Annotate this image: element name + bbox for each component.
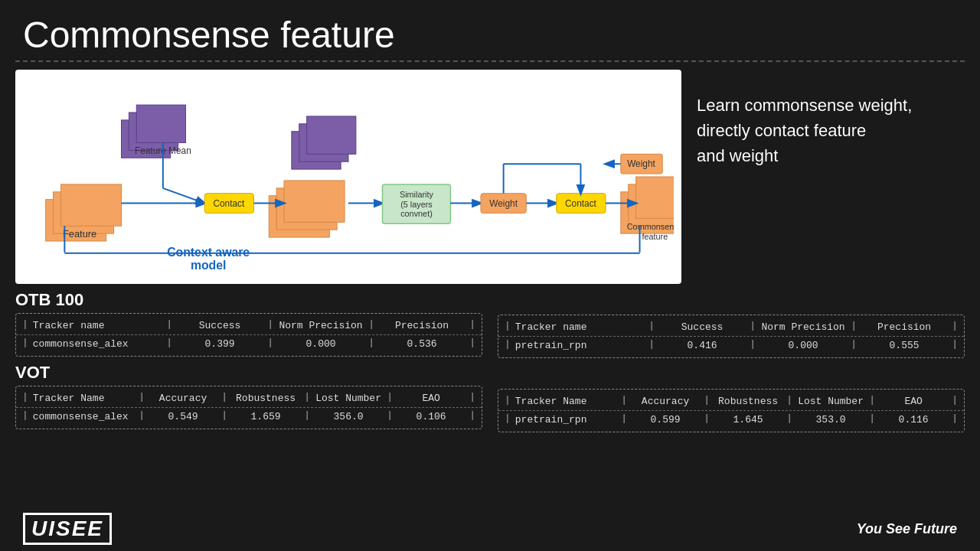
svg-rect-6 [136,105,185,142]
right-otb-header-row: | Tracker name | Success | Norm Precisio… [498,318,964,337]
svg-text:Weight: Weight [627,158,655,169]
svg-text:convnet): convnet) [400,209,433,218]
svg-text:Commonsense: Commonsense [627,222,674,231]
svg-text:Contact: Contact [565,198,597,209]
svg-text:feature: feature [642,232,668,241]
svg-text:(5 layers: (5 layers [400,200,433,209]
otb-table: | Tracker name | Success | Norm Precisio… [15,313,482,357]
svg-text:Contact: Contact [213,198,245,209]
logo: UISEE [23,513,112,545]
footer: UISEE You See Future [23,513,957,545]
otb-header-row: | Tracker name | Success | Norm Precisio… [16,317,482,335]
svg-rect-45 [64,253,639,254]
bottom-section: OTB 100 | Tracker name | Success | Norm … [0,284,980,439]
title-divider [15,60,965,62]
vot-header-row: | Tracker Name | Accuracy | Robustness |… [16,390,482,408]
svg-text:Weight: Weight [489,198,518,209]
svg-rect-39 [636,177,674,218]
svg-rect-18 [307,116,356,154]
right-vot-table: | Tracker Name | Accuracy | Robustness |… [498,389,965,432]
svg-rect-15 [284,181,345,222]
right-vot-data-row: | pretrain_rpn | 0.599 | 1.645 | 353.0 |… [498,411,964,429]
tagline: You See Future [857,521,957,537]
vot-data-row: | commonsense_alex | 0.549 | 1.659 | 356… [16,408,482,425]
right-otb-table: | Tracker name | Success | Norm Precisio… [498,315,965,358]
right-otb-data-row: | pretrain_rpn | 0.416 | 0.000 | 0.555 | [498,337,964,354]
page-title: Commonsense feature [0,0,980,60]
diagram-area: Feature Feature Mean Contact [15,70,681,284]
side-description: Learn commonsense weight, directly conta… [697,70,965,284]
vot-label: VOT [15,363,482,383]
main-content: Feature Feature Mean Contact [0,70,980,284]
otb-label: OTB 100 [15,290,482,310]
svg-text:Context aware: Context aware [167,246,250,259]
right-tables: | Tracker name | Success | Norm Precisio… [498,290,965,439]
svg-rect-2 [60,184,121,226]
svg-text:Similarity: Similarity [400,190,434,199]
otb-data-row: | commonsense_alex | 0.399 | 0.000 | 0.5… [16,335,482,353]
svg-text:model: model [191,259,227,272]
right-vot-header-row: | Tracker Name | Accuracy | Robustness |… [498,393,964,411]
svg-line-10 [163,188,204,204]
svg-text:Feature: Feature [63,228,96,240]
vot-table: | Tracker Name | Accuracy | Robustness |… [15,386,482,429]
left-tables: OTB 100 | Tracker name | Success | Norm … [15,290,482,439]
